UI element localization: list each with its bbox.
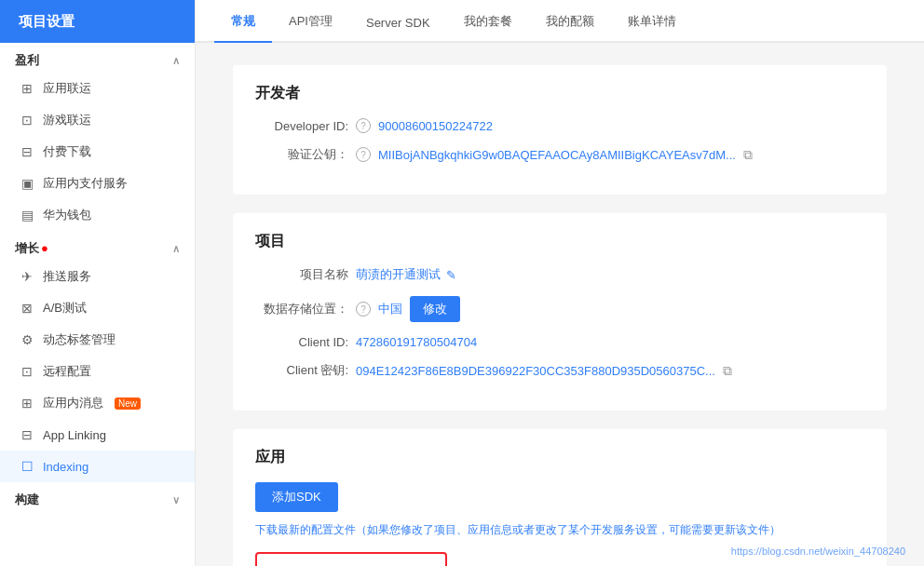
sidebar-item-in-app-message-label: 应用内消息 bbox=[43, 395, 103, 411]
in-app-message-icon: ⊞ bbox=[19, 395, 35, 411]
section-zengzhang: 增长● ∧ bbox=[0, 231, 195, 261]
verification-key-help-icon[interactable]: ? bbox=[356, 147, 371, 162]
sidebar-item-ab-test[interactable]: ⊠ A/B测试 bbox=[0, 292, 195, 324]
push-service-icon: ✈ bbox=[19, 268, 35, 285]
remote-config-icon: ⊡ bbox=[19, 363, 35, 380]
game-union-icon: ⊡ bbox=[19, 112, 35, 128]
storage-location-row: 数据存储位置： ? 中国 修改 bbox=[255, 296, 864, 322]
download-hint: 下载最新的配置文件（如果您修改了项目、应用信息或者更改了某个开发服务设置，可能需… bbox=[255, 521, 864, 539]
developer-id-value: 90008600150224722 bbox=[378, 119, 493, 133]
sidebar-item-dynamic-tag[interactable]: ⚙ 动态标签管理 bbox=[0, 324, 195, 356]
sidebar-item-paid-download[interactable]: ⊟ 付费下载 bbox=[0, 136, 195, 168]
sidebar-item-in-app-purchase-label: 应用内支付服务 bbox=[43, 175, 128, 192]
modify-button[interactable]: 修改 bbox=[410, 296, 460, 322]
section-yingli-chevron: ∧ bbox=[172, 55, 180, 67]
storage-location-help-icon[interactable]: ? bbox=[356, 302, 371, 317]
project-name-row: 项目名称 萌渍的开通测试 ✎ bbox=[255, 266, 864, 283]
sidebar-item-game-union[interactable]: ⊡ 游戏联运 bbox=[0, 104, 195, 136]
developer-section-title: 开发者 bbox=[255, 84, 864, 103]
tab-general[interactable]: 常规 bbox=[214, 2, 272, 43]
section-zengzhang-label: 增长● bbox=[15, 240, 48, 257]
download-file-box[interactable]: ⬇ agconnect-services.json bbox=[255, 552, 447, 566]
verification-key-value: MIIBojANBgkqhkiG9w0BAQEFAAOCAy8AMIIBigKC… bbox=[378, 148, 736, 162]
verification-key-label: 验证公钥： bbox=[255, 146, 348, 163]
section-jianzhu-label: 构建 bbox=[15, 492, 39, 508]
new-badge: New bbox=[115, 398, 141, 410]
verification-key-row: 验证公钥： ? MIIBojANBgkqhkiG9w0BAQEFAAOCAy8A… bbox=[255, 146, 864, 163]
app-linking-icon: ⊟ bbox=[19, 426, 35, 443]
content-area: 开发者 Developer ID: ? 90008600150224722 验证… bbox=[196, 43, 924, 566]
sidebar-item-dynamic-tag-label: 动态标签管理 bbox=[43, 331, 116, 348]
ab-test-icon: ⊠ bbox=[19, 300, 35, 317]
sidebar-item-huawei-wallet-label: 华为钱包 bbox=[43, 207, 91, 223]
sidebar-item-remote-config[interactable]: ⊡ 远程配置 bbox=[0, 356, 195, 387]
tab-my-plan[interactable]: 我的套餐 bbox=[447, 2, 529, 43]
sidebar-item-app-union-label: 应用联运 bbox=[43, 80, 91, 97]
tab-server-sdk[interactable]: Server SDK bbox=[349, 5, 447, 43]
client-id-value: 472860191780504704 bbox=[356, 335, 477, 349]
sidebar-item-indexing-label: Indexing bbox=[43, 460, 88, 474]
storage-location-label: 数据存储位置： bbox=[255, 301, 348, 317]
add-sdk-button[interactable]: 添加SDK bbox=[255, 482, 338, 512]
dynamic-tag-icon: ⚙ bbox=[19, 331, 35, 348]
section-yingli: 盈利 ∧ bbox=[0, 43, 195, 73]
tab-my-quota[interactable]: 我的配额 bbox=[529, 2, 611, 43]
paid-download-icon: ⊟ bbox=[19, 143, 35, 160]
client-secret-value: 094E12423F86E8B9DE396922F30CC353F880D935… bbox=[356, 364, 715, 378]
sidebar-item-app-linking-label: App Linking bbox=[43, 428, 106, 442]
developer-id-row: Developer ID: ? 90008600150224722 bbox=[255, 118, 864, 133]
sidebar-item-paid-download-label: 付费下载 bbox=[43, 143, 91, 160]
sidebar-item-in-app-message[interactable]: ⊞ 应用内消息 New bbox=[0, 387, 195, 419]
main-content: 常规 API管理 Server SDK 我的套餐 我的配额 账单详情 开发者 D… bbox=[196, 0, 924, 566]
sidebar-item-app-linking[interactable]: ⊟ App Linking bbox=[0, 419, 195, 451]
project-section: 项目 项目名称 萌渍的开通测试 ✎ 数据存储位置： ? 中国 修改 Client… bbox=[233, 213, 887, 411]
sidebar-header: 项目设置 bbox=[0, 0, 195, 43]
indexing-icon: ☐ bbox=[19, 458, 35, 475]
tab-api-mgmt[interactable]: API管理 bbox=[272, 2, 349, 43]
app-section-title: 应用 bbox=[255, 448, 864, 467]
tab-bar: 常规 API管理 Server SDK 我的套餐 我的配额 账单详情 bbox=[196, 0, 924, 43]
sidebar-title: 项目设置 bbox=[19, 13, 75, 31]
sidebar-item-push-service[interactable]: ✈ 推送服务 bbox=[0, 261, 195, 292]
developer-section: 开发者 Developer ID: ? 90008600150224722 验证… bbox=[233, 65, 887, 195]
project-name-value: 萌渍的开通测试 bbox=[356, 266, 441, 283]
developer-id-help-icon[interactable]: ? bbox=[356, 118, 371, 133]
sidebar-item-app-union[interactable]: ⊞ 应用联运 bbox=[0, 73, 195, 104]
sidebar-item-ab-test-label: A/B测试 bbox=[43, 300, 87, 317]
project-name-label: 项目名称 bbox=[255, 266, 348, 283]
tab-bill-detail[interactable]: 账单详情 bbox=[611, 2, 693, 43]
client-secret-label: Client 密钥: bbox=[255, 362, 348, 379]
project-name-edit-icon[interactable]: ✎ bbox=[446, 268, 456, 282]
client-id-row: Client ID: 472860191780504704 bbox=[255, 335, 864, 349]
section-jianzhu: 构建 ∨ bbox=[0, 482, 195, 512]
new-dot: ● bbox=[41, 241, 48, 255]
app-union-icon: ⊞ bbox=[19, 80, 35, 97]
client-id-label: Client ID: bbox=[255, 335, 348, 349]
project-name-value-group: 萌渍的开通测试 ✎ bbox=[356, 266, 456, 283]
sidebar-item-game-union-label: 游戏联运 bbox=[43, 112, 91, 128]
app-section: 应用 添加SDK 下载最新的配置文件（如果您修改了项目、应用信息或者更改了某个开… bbox=[233, 429, 887, 566]
sidebar: 项目设置 盈利 ∧ ⊞ 应用联运 ⊡ 游戏联运 ⊟ 付费下载 ▣ 应用内支付服务… bbox=[0, 0, 196, 566]
developer-id-label: Developer ID: bbox=[255, 119, 348, 133]
sidebar-item-indexing[interactable]: ☐ Indexing bbox=[0, 451, 195, 482]
client-secret-row: Client 密钥: 094E12423F86E8B9DE396922F30CC… bbox=[255, 362, 864, 379]
client-secret-copy-icon[interactable]: ⧉ bbox=[723, 363, 732, 379]
sidebar-item-in-app-purchase[interactable]: ▣ 应用内支付服务 bbox=[0, 168, 195, 199]
section-yingli-label: 盈利 bbox=[15, 52, 39, 69]
project-section-title: 项目 bbox=[255, 232, 864, 251]
sidebar-item-remote-config-label: 远程配置 bbox=[43, 363, 91, 380]
section-zengzhang-chevron: ∧ bbox=[172, 243, 180, 255]
in-app-purchase-icon: ▣ bbox=[19, 175, 35, 192]
section-jianzhu-chevron: ∨ bbox=[172, 494, 180, 506]
storage-location-value: 中国 bbox=[378, 301, 402, 317]
huawei-wallet-icon: ▤ bbox=[19, 207, 35, 223]
sidebar-item-huawei-wallet[interactable]: ▤ 华为钱包 bbox=[0, 199, 195, 231]
verification-key-copy-icon[interactable]: ⧉ bbox=[743, 147, 753, 163]
sidebar-item-push-service-label: 推送服务 bbox=[43, 268, 91, 285]
